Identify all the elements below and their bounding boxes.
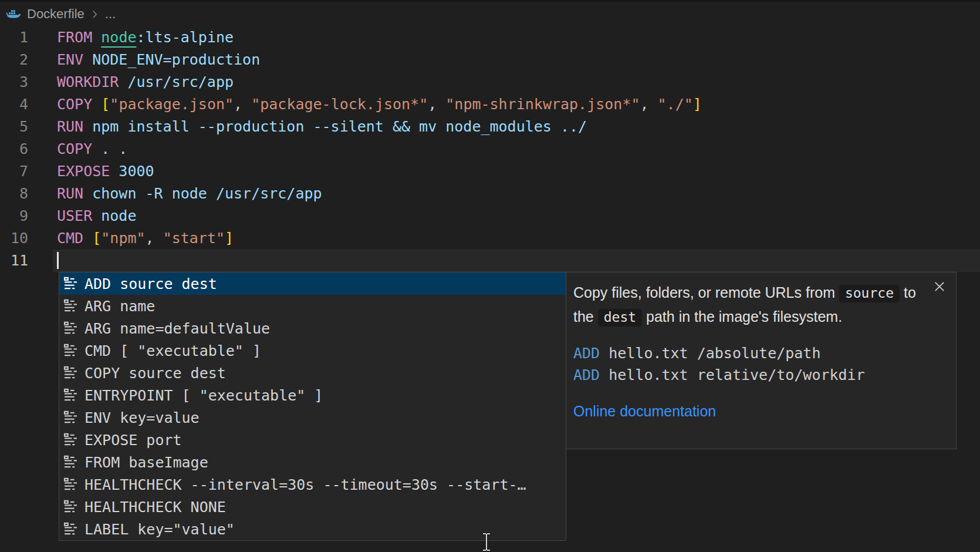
suggest-item[interactable]: ENV key=value bbox=[59, 406, 566, 429]
code-line[interactable]: 3WORKDIR /usr/src/app bbox=[0, 71, 980, 93]
suggest-item-label: CMD [ "executable" ] bbox=[85, 342, 261, 359]
code-token: npm install --production --silent && mv … bbox=[83, 118, 587, 135]
suggest-item-label: HEALTHCHECK NONE bbox=[85, 499, 226, 516]
suggest-item[interactable]: FROM baseImage bbox=[59, 451, 566, 473]
code-text: FROM node:lts-alpine bbox=[57, 26, 234, 49]
close-icon[interactable] bbox=[932, 280, 947, 294]
code-text: COPY ["package.json", "package-lock.json… bbox=[57, 93, 702, 116]
suggest-item-label: EXPOSE port bbox=[85, 432, 182, 449]
code-text bbox=[57, 250, 59, 272]
code-text: CMD ["npm", "start"] bbox=[57, 227, 234, 250]
code-token: USER bbox=[57, 207, 92, 224]
text-cursor-icon bbox=[480, 532, 493, 552]
code-area[interactable]: 1FROM node:lts-alpine2ENV NODE_ENV=produ… bbox=[0, 26, 980, 272]
doc-code-keyword: ADD bbox=[573, 366, 600, 383]
code-token bbox=[92, 96, 101, 113]
code-line[interactable]: 4COPY ["package.json", "package-lock.jso… bbox=[0, 93, 980, 116]
line-number: 10 bbox=[0, 227, 28, 250]
code-token: COPY bbox=[57, 140, 92, 157]
code-text: EXPOSE 3000 bbox=[57, 160, 154, 183]
snippet-icon bbox=[63, 499, 79, 515]
vscode-editor: { "breadcrumb": { "file": "Dockerfile", … bbox=[0, 0, 980, 552]
code-token: :lts-alpine bbox=[137, 29, 234, 46]
code-token: "npm" bbox=[101, 230, 145, 247]
line-number: 6 bbox=[0, 138, 28, 160]
suggest-item-label: LABEL key="value" bbox=[85, 521, 235, 538]
code-token: "./" bbox=[658, 96, 693, 113]
suggest-widget-list[interactable]: ADD source destARG nameARG name=defaultV… bbox=[59, 272, 566, 541]
doc-description: Copy files, folders, or remote URLs from… bbox=[573, 281, 917, 329]
suggest-item-label: ENV key=value bbox=[85, 409, 200, 426]
suggest-item[interactable]: ARG name=defaultValue bbox=[59, 317, 566, 339]
code-line[interactable]: 9USER node bbox=[0, 205, 980, 227]
suggest-item[interactable]: EXPOSE port bbox=[59, 429, 566, 451]
code-line[interactable]: 7EXPOSE 3000 bbox=[0, 160, 980, 183]
doc-code-keyword: ADD bbox=[573, 345, 600, 362]
code-token: /usr/src/app bbox=[119, 73, 234, 90]
code-token: WORKDIR bbox=[57, 73, 119, 90]
breadcrumb: Dockerfile ... bbox=[0, 2, 980, 26]
code-token: , bbox=[234, 96, 251, 113]
doc-code-line: ADD hello.txt /absolute/path bbox=[573, 342, 945, 364]
code-line[interactable]: 6COPY . . bbox=[0, 138, 980, 160]
snippet-icon bbox=[63, 410, 79, 426]
code-token: [ bbox=[92, 230, 101, 247]
suggest-item[interactable]: HEALTHCHECK NONE bbox=[59, 496, 566, 518]
line-number: 4 bbox=[0, 93, 28, 116]
code-token: RUN bbox=[57, 185, 83, 202]
snippet-icon bbox=[63, 321, 79, 336]
code-token: . . bbox=[92, 140, 127, 157]
code-line[interactable]: 5RUN npm install --production --silent &… bbox=[0, 116, 980, 138]
suggest-item[interactable]: CMD [ "executable" ] bbox=[59, 339, 566, 362]
code-text: RUN npm install --production --silent &&… bbox=[57, 116, 587, 138]
suggest-item-label: HEALTHCHECK --interval=30s --timeout=30s… bbox=[85, 476, 526, 493]
breadcrumb-file[interactable]: Dockerfile bbox=[27, 6, 85, 22]
docker-whale-icon bbox=[6, 8, 22, 21]
suggest-item-label: FROM baseImage bbox=[85, 454, 208, 471]
code-line[interactable]: 10CMD ["npm", "start"] bbox=[0, 227, 980, 250]
code-token: node bbox=[101, 29, 136, 46]
code-token: , bbox=[640, 96, 657, 113]
doc-text: path in the image's filesystem. bbox=[642, 308, 842, 325]
snippet-icon bbox=[63, 432, 79, 448]
suggest-item-label: ARG name bbox=[85, 298, 155, 315]
code-token: , bbox=[428, 96, 445, 113]
text-caret bbox=[57, 252, 59, 269]
code-token: COPY bbox=[57, 96, 92, 113]
code-text: RUN chown -R node /usr/src/app bbox=[57, 183, 322, 205]
code-text: WORKDIR /usr/src/app bbox=[57, 71, 234, 93]
suggest-item[interactable]: HEALTHCHECK --interval=30s --timeout=30s… bbox=[59, 473, 566, 496]
snippet-icon bbox=[63, 276, 79, 292]
doc-code-args: hello.txt /absolute/path bbox=[600, 345, 820, 362]
code-line[interactable]: 11 bbox=[0, 250, 980, 272]
code-token: ENV bbox=[57, 51, 83, 68]
code-line[interactable]: 2ENV NODE_ENV=production bbox=[0, 49, 980, 71]
code-token: "package-lock.json*" bbox=[251, 96, 428, 113]
snippet-icon bbox=[63, 455, 79, 470]
code-token: NODE_ENV=production bbox=[83, 51, 260, 68]
code-token: "package.json" bbox=[110, 96, 234, 113]
line-number: 9 bbox=[0, 205, 28, 227]
doc-inline-code: dest bbox=[598, 309, 642, 327]
code-token: , bbox=[146, 230, 163, 247]
suggest-item[interactable]: ENTRYPOINT [ "executable" ] bbox=[59, 384, 566, 406]
suggest-item[interactable]: COPY source dest bbox=[59, 362, 566, 384]
suggest-item[interactable]: ADD source dest bbox=[59, 272, 566, 295]
line-number: 3 bbox=[0, 71, 28, 93]
suggest-item[interactable]: ARG name bbox=[59, 295, 566, 317]
code-token bbox=[83, 230, 92, 247]
doc-code-examples: ADD hello.txt /absolute/pathADD hello.tx… bbox=[573, 342, 945, 386]
code-line[interactable]: 1FROM node:lts-alpine bbox=[0, 26, 980, 49]
suggest-item-label: ARG name=defaultValue bbox=[85, 320, 270, 337]
line-number: 8 bbox=[0, 183, 28, 205]
code-token: RUN bbox=[57, 118, 83, 135]
online-documentation-link[interactable]: Online documentation bbox=[573, 403, 716, 420]
code-line[interactable]: 8RUN chown -R node /usr/src/app bbox=[0, 183, 980, 205]
line-number: 7 bbox=[0, 160, 28, 183]
breadcrumb-more[interactable]: ... bbox=[105, 6, 116, 22]
snippet-icon bbox=[63, 298, 79, 314]
code-token: 3000 bbox=[110, 163, 154, 180]
snippet-icon bbox=[63, 365, 79, 381]
doc-inline-code: source bbox=[839, 285, 900, 302]
line-number: 5 bbox=[0, 116, 28, 138]
